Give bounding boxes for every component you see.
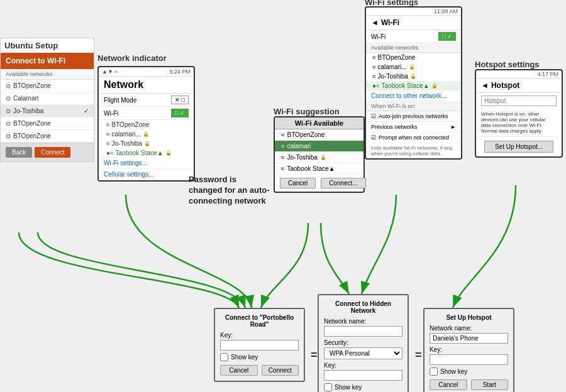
wfs-net-4[interactable]: ≈ Taobook Stace▲ — [275, 163, 363, 175]
ni-wifi-icon-1: ≈ — [106, 121, 110, 128]
hidden-security-select[interactable]: WPA Personal — [324, 347, 402, 359]
ni-net-2[interactable]: ≈ calamari... 🔒 — [99, 129, 194, 139]
wfs-cancel-button[interactable]: Cancel — [280, 178, 316, 188]
hotspot-start-button[interactable]: Start — [471, 379, 509, 390]
network-item-3[interactable]: ⊙ Jo-Toshiba ✓ — [1, 105, 94, 117]
password-cancel-button[interactable]: Cancel — [220, 365, 258, 376]
hotspot-dialog-title: Set Up Hotspot — [430, 314, 508, 321]
hs-back-header[interactable]: ◄ Hotspot — [476, 79, 562, 93]
ni-net-name-3: Jo-Toshiba — [112, 140, 142, 147]
password-dialog-buttons: Cancel Connect — [220, 365, 299, 376]
ws-note: Lists available Wi-Fi networks, if any, … — [366, 143, 461, 158]
ws-wifi-icon-3: ≈ — [372, 73, 376, 80]
cellular-settings-link[interactable]: Cellular settings... — [99, 169, 194, 180]
network-indicator-panel: ▲▼ ≈ 5:24 PM Network Flight Mode ✕ □ Wi-… — [97, 66, 195, 182]
hotspot-key-input[interactable] — [430, 354, 508, 365]
ws-net-3[interactable]: ≈ Jo-Toshiba 🔒 — [366, 72, 461, 81]
ws-lock-2: 🔒 — [410, 74, 416, 79]
wifi-icon-1: ⊙ — [6, 82, 11, 89]
hotspot-network-name-label: Network name: — [430, 325, 508, 332]
network-item-4[interactable]: ⊙ BTOpenZone — [1, 117, 94, 130]
ws-net-4[interactable]: ●≈ Taobook Stace▲ 🔒 — [366, 81, 461, 90]
flight-mode-label: Flight Mode — [104, 97, 136, 104]
hidden-network-dialog: Connect to Hidden Network Network name: … — [318, 294, 409, 392]
wfs-header: Wi-Fi Available — [275, 117, 363, 129]
hotspot-name-input[interactable] — [481, 95, 557, 106]
wifi-suggestion-panel: Wi-Fi Available ≈ BTOpenZone ≈ calamari … — [274, 116, 365, 193]
signal-icon: ▲▼ ≈ — [102, 68, 118, 75]
ni-wifi-icon-2: ≈ — [106, 131, 110, 138]
network-item-5[interactable]: ⊙ BTOpenZone — [1, 130, 94, 143]
ws-auto-join-label: Auto-join previous networks — [379, 113, 448, 119]
wfs-connect-button[interactable]: Connect... — [321, 178, 366, 188]
ws-previous-label: Previous networks — [371, 124, 418, 130]
lock-icon-2: 🔒 — [144, 141, 150, 146]
ws-prompt[interactable]: ☑ Prompt when not connected — [366, 133, 461, 143]
available-networks-label: Available networks — [1, 69, 94, 80]
hotspot-cancel-button[interactable]: Cancel — [430, 379, 467, 390]
hotspot-show-key-label: Show key — [440, 368, 467, 375]
network-indicator-label: Network indicator — [97, 53, 167, 63]
ni-net-4[interactable]: ●≈ Taobook Stace▲ 🔒 — [99, 148, 194, 158]
wfs-name-3: Jo-Toshiba — [287, 154, 318, 161]
hs-time: 4:17 PM — [537, 71, 558, 77]
ni-flight-row: Flight Mode ✕ □ — [99, 94, 194, 107]
ws-net-1[interactable]: ≈ BTOpenZone — [366, 53, 461, 62]
wfs-net-3[interactable]: ≈ Jo-Toshiba 🔒 — [275, 152, 363, 163]
wifi-toggle[interactable]: □ ✓ — [171, 109, 189, 117]
ws-wifi-toggle[interactable]: □ ✓ — [438, 32, 456, 41]
hidden-security-label: Security: — [324, 339, 402, 346]
password-show-key-checkbox[interactable] — [220, 353, 228, 361]
hidden-key-input[interactable] — [324, 370, 402, 381]
wifi-settings-link[interactable]: Wi-Fi settings... — [99, 158, 194, 169]
ni-net-1[interactable]: ≈ BTOpenZone — [99, 120, 194, 129]
ws-connect-other[interactable]: Connect to other network... — [366, 90, 461, 102]
hidden-show-key-row: Show key — [324, 383, 402, 391]
wifi-suggestion-label: Wi-Fi suggestion — [274, 107, 340, 116]
ws-previous-networks[interactable]: Previous networks ► — [366, 122, 461, 133]
network-name-2: Calamart — [13, 95, 39, 102]
wfs-buttons: Cancel Connect... — [275, 175, 363, 192]
network-item-1[interactable]: ⊙ BTOpenZone — [1, 80, 94, 92]
ni-net-3[interactable]: ≈ Jo-Toshiba 🔒 — [99, 139, 194, 148]
ws-back-icon: ◄ — [371, 18, 379, 27]
password-connect-button[interactable]: Connect — [262, 365, 299, 376]
back-button[interactable]: Back — [6, 147, 32, 158]
flight-toggle[interactable]: ✕ □ — [171, 95, 189, 104]
ws-back-header[interactable]: ◄ Wi-Fi — [366, 16, 461, 30]
ws-auto-join[interactable]: ☑ Auto-join previous networks — [366, 111, 461, 122]
password-show-key-label: Show key — [231, 354, 258, 361]
check-icon: ✓ — [84, 107, 89, 114]
ws-when-wifi-section: When Wi-Fi is on: — [366, 102, 461, 111]
ws-net-2[interactable]: ≈ calamari... 🔒 — [366, 62, 461, 72]
password-key-input[interactable] — [220, 340, 299, 351]
password-dialog-title: Connect to "Portobello Road" — [220, 314, 299, 328]
hotspot-network-name-input[interactable] — [430, 333, 508, 344]
ubuntu-title: Ubuntu Setup — [1, 38, 94, 53]
ni-net-name-1: BTOpenZone — [112, 121, 150, 128]
password-dialog: Connect to "Portobello Road" Key: Show k… — [214, 308, 305, 382]
hotspot-key-label: Key: — [430, 346, 508, 353]
hotspot-show-key-checkbox[interactable] — [430, 368, 438, 376]
setup-hotspot-button[interactable]: Set Up Hotspot... — [484, 141, 553, 153]
network-name-4: BTOpenZone — [13, 120, 51, 127]
connect-button[interactable]: Connect — [35, 147, 70, 158]
panel-buttons: Back Connect — [1, 143, 94, 161]
hidden-show-key-checkbox[interactable] — [324, 383, 332, 391]
hidden-network-input[interactable] — [324, 326, 402, 337]
wfs-net-2[interactable]: ≈ calamari — [275, 141, 363, 152]
wfs-name-2: calamari — [287, 143, 311, 150]
password-note: Password is changed for an auto-connecti… — [189, 175, 270, 207]
wfs-name-1: BTOpenZone — [287, 131, 325, 138]
hidden-dialog-title: Connect to Hidden Network — [324, 300, 402, 314]
wfs-icon-3: ≈ — [281, 154, 285, 161]
network-item-2[interactable]: ⊙ Calamart — [1, 92, 94, 105]
ni-title-bar: ▲▼ ≈ 5:24 PM — [99, 67, 194, 77]
ws-net-name-1: BTOpenZone — [378, 54, 416, 61]
wfs-net-1[interactable]: ≈ BTOpenZone — [275, 129, 363, 141]
ni-wifi-icon-3: ≈ — [106, 140, 110, 147]
ws-net-name-3: Jo-Toshiba — [378, 73, 408, 80]
ws-lock-1: 🔒 — [409, 64, 415, 70]
lock-icon-3: 🔒 — [165, 150, 172, 156]
hs-title-bar: 4:17 PM — [476, 70, 562, 79]
